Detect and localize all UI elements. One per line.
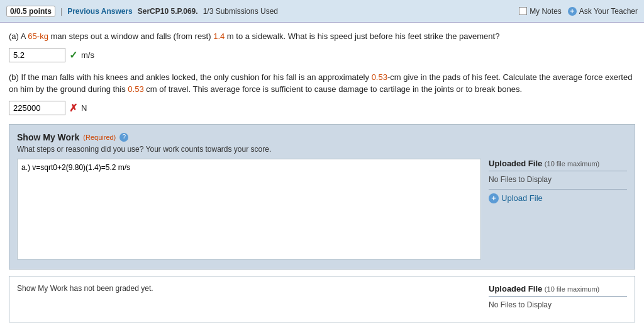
upload-file-label: Upload File [501, 193, 543, 203]
grading-no-files-label: No Files to Display [489, 300, 627, 309]
grading-upload-area: Uploaded File (10 file maximum) No Files… [489, 284, 627, 314]
upload-plus-icon: + [489, 193, 499, 203]
problem-id: SerCP10 5.P.069. [138, 7, 198, 16]
answer-input-b[interactable] [9, 101, 65, 115]
ask-teacher-button[interactable]: + Ask Your Teacher [568, 7, 638, 16]
top-bar-left: 0/0.5 points | Previous Answers SerCP10 … [6, 6, 278, 17]
smw-header: Show My Work (Required) ? [17, 132, 627, 142]
previous-answers-link[interactable]: Previous Answers [67, 7, 133, 16]
show-my-work-section: Show My Work (Required) ? What steps or … [9, 124, 635, 270]
notes-checkbox[interactable] [519, 7, 527, 15]
smw-title: Show My Work [17, 132, 79, 142]
highlight-kg: 65-kg [28, 31, 48, 41]
grading-text: Show My Work has not been graded yet. [17, 284, 481, 293]
smw-textarea[interactable]: a.) v=sqrt0+2(9.80)(1.4)=5.2 m/s [17, 159, 481, 259]
ask-teacher-label: Ask Your Teacher [579, 7, 638, 16]
top-bar: 0/0.5 points | Previous Answers SerCP10 … [0, 0, 644, 23]
smw-required-label: (Required) [83, 134, 116, 141]
unit-a: m/s [81, 50, 94, 60]
main-content: (a) A 65-kg man steps out a window and f… [0, 23, 644, 330]
smw-info-icon[interactable]: ? [119, 133, 128, 142]
answer-row-a: ✓ m/s [9, 48, 635, 62]
no-files-label: No Files to Display [489, 175, 627, 184]
separator: | [60, 7, 62, 16]
submissions-used: 1/3 Submissions Used [203, 7, 278, 16]
top-bar-right: My Notes + Ask Your Teacher [519, 7, 638, 16]
unit-b: N [81, 103, 87, 113]
question-b-text: (b) If the man falls with his knees and … [9, 71, 635, 96]
grading-upload-title: Uploaded File (10 file maximum) [489, 284, 627, 293]
upload-divider [489, 171, 627, 171]
highlight-cm2: 0.53 [128, 84, 143, 94]
grading-upload-max: (10 file maximum) [545, 285, 599, 293]
upload-divider2 [489, 189, 627, 190]
correct-icon-a: ✓ [69, 49, 77, 61]
ask-teacher-plus-icon: + [568, 7, 577, 16]
answer-row-b: ✗ N [9, 101, 635, 115]
question-part-a: (a) A 65-kg man steps out a window and f… [9, 30, 635, 62]
question-part-b: (b) If the man falls with his knees and … [9, 71, 635, 115]
question-a-text: (a) A 65-kg man steps out a window and f… [9, 30, 635, 43]
highlight-distance: 1.4 [213, 31, 225, 41]
grading-notice-section: Show My Work has not been graded yet. Up… [9, 276, 635, 322]
upload-title: Uploaded File (10 file maximum) [489, 159, 627, 168]
incorrect-icon-b: ✗ [69, 102, 77, 114]
upload-max: (10 file maximum) [545, 160, 599, 168]
points-badge: 0/0.5 points [6, 6, 55, 17]
my-notes-button[interactable]: My Notes [519, 7, 562, 16]
smw-upload-area: Uploaded File (10 file maximum) No Files… [489, 159, 627, 261]
smw-body: a.) v=sqrt0+2(9.80)(1.4)=5.2 m/s Uploade… [17, 159, 627, 261]
highlight-cm1: 0.53 [372, 72, 387, 82]
answer-input-a[interactable] [9, 48, 65, 62]
my-notes-label: My Notes [530, 7, 562, 16]
upload-file-button[interactable]: + Upload File [489, 193, 543, 203]
grading-upload-divider [489, 296, 627, 297]
smw-textarea-area: a.) v=sqrt0+2(9.80)(1.4)=5.2 m/s [17, 159, 481, 261]
smw-description: What steps or reasoning did you use? You… [17, 145, 627, 154]
grading-text-area: Show My Work has not been graded yet. [17, 284, 481, 314]
